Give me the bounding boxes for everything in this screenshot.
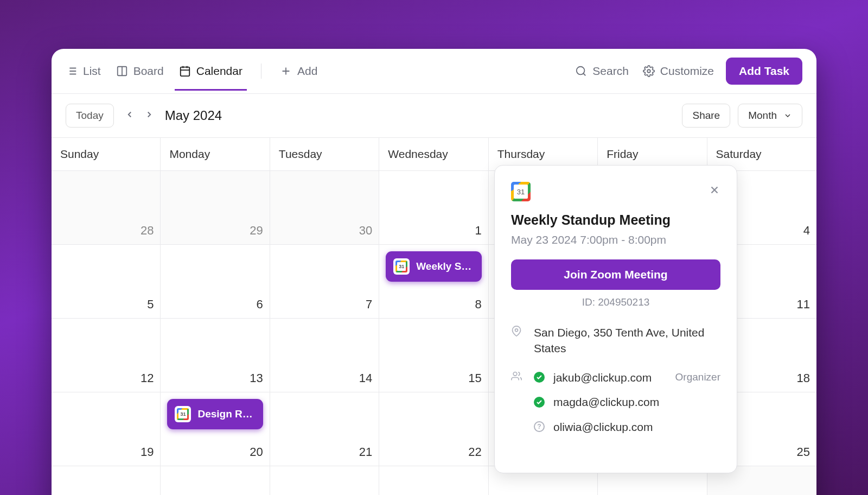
- attendees-list: jakub@clickup.comOrganizermagda@clickup.…: [534, 370, 720, 443]
- tab-list[interactable]: List: [66, 60, 101, 82]
- today-button[interactable]: Today: [66, 104, 114, 128]
- gear-icon: [643, 65, 655, 77]
- event-chip[interactable]: Weekly S…: [386, 251, 481, 282]
- attendee-row: magda@clickup.com: [534, 394, 720, 410]
- day-number: 28: [58, 224, 154, 238]
- day-number: 19: [58, 445, 154, 459]
- calendar-grid: SundayMondayTuesdayWednesdayThursdayFrid…: [52, 138, 816, 495]
- svg-point-19: [515, 329, 518, 332]
- app-window: List Board Calendar Add Search Customize: [52, 49, 816, 495]
- attendee-row: jakub@clickup.comOrganizer: [534, 370, 720, 385]
- day-number: 14: [277, 371, 372, 385]
- share-button[interactable]: Share: [682, 104, 730, 128]
- attendee-email: magda@clickup.com: [553, 394, 659, 410]
- google-calendar-icon: [175, 406, 191, 422]
- view-range-label: Month: [748, 110, 777, 122]
- calendar-icon: [179, 65, 191, 77]
- tab-calendar[interactable]: Calendar: [179, 60, 242, 82]
- chevron-right-icon: [144, 110, 154, 119]
- day-cell[interactable]: 5: [52, 245, 161, 318]
- day-cell[interactable]: 28: [270, 466, 379, 495]
- divider: [261, 64, 261, 79]
- event-location: San Diego, 350 Tenth Ave, United States: [534, 325, 720, 357]
- day-number: 20: [167, 445, 263, 459]
- day-cell[interactable]: 13: [161, 319, 270, 392]
- status-accepted-icon: [534, 397, 545, 408]
- day-number: 7: [277, 297, 372, 312]
- day-cell[interactable]: 22: [379, 392, 488, 466]
- attendee-row: ?oliwia@clickup.com: [534, 419, 720, 435]
- day-number: 6: [167, 297, 263, 312]
- search-icon: [575, 65, 587, 77]
- day-cell[interactable]: 15: [379, 319, 488, 392]
- day-cell[interactable]: 29: [161, 171, 270, 244]
- people-icon: [511, 371, 523, 443]
- svg-line-15: [584, 73, 586, 75]
- event-chip-label: Design R…: [197, 408, 252, 420]
- day-cell[interactable]: 6: [161, 245, 270, 318]
- event-title: Weekly Standup Meeting: [511, 212, 720, 228]
- toolbar: List Board Calendar Add Search Customize: [52, 49, 816, 94]
- day-cell[interactable]: 27: [161, 466, 270, 495]
- day-cell[interactable]: 29: [379, 466, 488, 495]
- meeting-id: ID: 204950213: [511, 296, 720, 308]
- customize-button[interactable]: Customize: [643, 65, 714, 78]
- attendee-role: Organizer: [675, 370, 720, 385]
- svg-rect-8: [180, 67, 189, 77]
- day-header: Monday: [161, 138, 270, 170]
- close-icon: [709, 184, 720, 196]
- svg-point-14: [577, 67, 585, 75]
- day-number: 12: [58, 371, 154, 385]
- add-task-button[interactable]: Add Task: [726, 58, 802, 85]
- svg-point-16: [647, 69, 650, 73]
- day-cell[interactable]: 28: [52, 171, 161, 244]
- day-number: 29: [167, 224, 263, 238]
- day-cell[interactable]: Design R…20: [161, 392, 270, 466]
- close-popover-button[interactable]: [709, 184, 720, 199]
- view-range-select[interactable]: Month: [738, 104, 802, 128]
- location-pin-icon: [511, 326, 523, 357]
- add-view-button[interactable]: Add: [280, 60, 317, 82]
- event-popover: Weekly Standup Meeting May 23 2024 7:00p…: [494, 165, 737, 473]
- chevron-down-icon: [783, 111, 792, 120]
- month-nav: [125, 109, 154, 123]
- tab-board[interactable]: Board: [116, 60, 164, 82]
- day-cell[interactable]: 19: [52, 392, 161, 466]
- day-number: 21: [277, 445, 372, 459]
- view-tabs: List Board Calendar Add: [66, 60, 317, 82]
- svg-point-20: [513, 372, 517, 376]
- status-accepted-icon: [534, 372, 545, 383]
- prev-month-button[interactable]: [125, 109, 135, 123]
- day-header: Sunday: [52, 138, 161, 170]
- day-number: 22: [386, 445, 481, 459]
- month-title: May 2024: [165, 108, 222, 123]
- day-cell[interactable]: 21: [270, 392, 379, 466]
- event-datetime: May 23 2024 7:00pm - 8:00pm: [511, 233, 720, 246]
- day-number: 30: [277, 224, 372, 238]
- day-number: 1: [386, 224, 481, 238]
- status-unknown-icon: ?: [534, 421, 545, 432]
- day-cell[interactable]: 30: [270, 171, 379, 244]
- google-calendar-icon: [511, 182, 531, 201]
- day-number: 8: [386, 297, 481, 312]
- day-cell[interactable]: 12: [52, 319, 161, 392]
- day-number: 15: [386, 371, 481, 385]
- plus-icon: [280, 65, 292, 77]
- next-month-button[interactable]: [144, 109, 154, 123]
- day-header: Wednesday: [379, 138, 488, 170]
- event-chip[interactable]: Design R…: [167, 399, 263, 429]
- day-cell[interactable]: Weekly S…8: [379, 245, 488, 318]
- day-cell[interactable]: 14: [270, 319, 379, 392]
- search-label: Search: [592, 65, 629, 78]
- search-button[interactable]: Search: [575, 65, 629, 78]
- day-cell[interactable]: 7: [270, 245, 379, 318]
- list-icon: [66, 65, 78, 77]
- day-header: Tuesday: [270, 138, 379, 170]
- google-calendar-icon: [393, 258, 410, 275]
- customize-label: Customize: [660, 65, 714, 78]
- join-zoom-button[interactable]: Join Zoom Meeting: [511, 259, 720, 290]
- day-cell[interactable]: 1: [379, 171, 488, 244]
- board-icon: [116, 65, 128, 77]
- day-cell[interactable]: 26: [52, 466, 161, 495]
- tab-list-label: List: [83, 65, 101, 78]
